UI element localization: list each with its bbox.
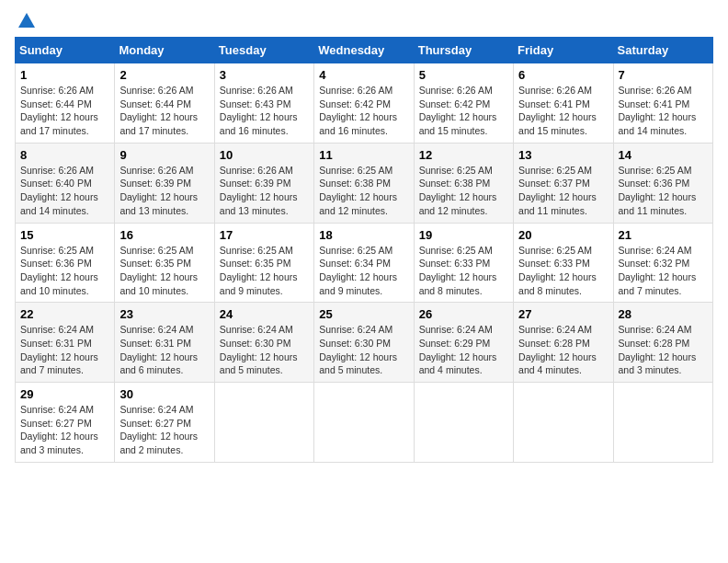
weekday-header-sunday: Sunday — [16, 38, 115, 63]
day-number: 21 — [619, 228, 708, 242]
day-info: Sunrise: 6:24 AMSunset: 6:27 PMDaylight:… — [119, 404, 198, 455]
weekday-header-saturday: Saturday — [613, 38, 712, 63]
day-number: 26 — [419, 307, 508, 321]
calendar-cell: 29 Sunrise: 6:24 AMSunset: 6:27 PMDaylig… — [16, 383, 115, 463]
calendar-week-row: 8 Sunrise: 6:26 AMSunset: 6:40 PMDayligh… — [16, 143, 713, 223]
day-info: Sunrise: 6:25 AMSunset: 6:35 PMDaylight:… — [119, 245, 198, 296]
calendar-cell: 11 Sunrise: 6:25 AMSunset: 6:38 PMDaylig… — [314, 143, 414, 223]
calendar-cell — [314, 383, 414, 463]
day-info: Sunrise: 6:24 AMSunset: 6:30 PMDaylight:… — [220, 324, 298, 375]
calendar-cell — [514, 383, 613, 463]
day-number: 29 — [20, 387, 109, 401]
weekday-header-monday: Monday — [115, 38, 214, 63]
day-number: 16 — [119, 228, 209, 242]
calendar-cell: 9 Sunrise: 6:26 AMSunset: 6:39 PMDayligh… — [115, 143, 214, 223]
calendar-cell: 28 Sunrise: 6:24 AMSunset: 6:28 PMDaylig… — [613, 303, 712, 383]
calendar-cell: 20 Sunrise: 6:25 AMSunset: 6:33 PMDaylig… — [514, 223, 613, 303]
day-info: Sunrise: 6:24 AMSunset: 6:31 PMDaylight:… — [119, 324, 198, 375]
calendar-cell: 3 Sunrise: 6:26 AMSunset: 6:43 PMDayligh… — [214, 63, 313, 144]
calendar-cell — [613, 383, 712, 463]
calendar-week-row: 15 Sunrise: 6:25 AMSunset: 6:36 PMDaylig… — [16, 223, 713, 303]
day-info: Sunrise: 6:25 AMSunset: 6:34 PMDaylight:… — [319, 245, 397, 296]
calendar-cell: 26 Sunrise: 6:24 AMSunset: 6:29 PMDaylig… — [414, 303, 513, 383]
day-info: Sunrise: 6:26 AMSunset: 6:41 PMDaylight:… — [619, 85, 697, 136]
calendar-cell: 16 Sunrise: 6:25 AMSunset: 6:35 PMDaylig… — [115, 223, 214, 303]
calendar-table: SundayMondayTuesdayWednesdayThursdayFrid… — [15, 37, 713, 463]
page-header — [15, 15, 713, 26]
day-number: 3 — [220, 68, 309, 82]
day-info: Sunrise: 6:25 AMSunset: 6:36 PMDaylight:… — [20, 245, 98, 296]
calendar-cell: 12 Sunrise: 6:25 AMSunset: 6:38 PMDaylig… — [414, 143, 513, 223]
day-info: Sunrise: 6:26 AMSunset: 6:39 PMDaylight:… — [119, 165, 198, 216]
calendar-cell: 5 Sunrise: 6:26 AMSunset: 6:42 PMDayligh… — [414, 63, 513, 144]
day-info: Sunrise: 6:25 AMSunset: 6:33 PMDaylight:… — [518, 245, 597, 296]
day-info: Sunrise: 6:26 AMSunset: 6:41 PMDaylight:… — [518, 85, 597, 136]
day-info: Sunrise: 6:26 AMSunset: 6:44 PMDaylight:… — [119, 85, 198, 136]
day-info: Sunrise: 6:25 AMSunset: 6:35 PMDaylight:… — [220, 245, 298, 296]
day-number: 11 — [319, 148, 408, 162]
day-number: 18 — [319, 228, 408, 242]
logo — [15, 15, 37, 26]
calendar-cell: 21 Sunrise: 6:24 AMSunset: 6:32 PMDaylig… — [613, 223, 712, 303]
day-number: 12 — [419, 148, 508, 162]
day-number: 19 — [419, 228, 508, 242]
day-info: Sunrise: 6:26 AMSunset: 6:43 PMDaylight:… — [220, 85, 298, 136]
calendar-cell: 2 Sunrise: 6:26 AMSunset: 6:44 PMDayligh… — [115, 63, 214, 144]
calendar-cell: 30 Sunrise: 6:24 AMSunset: 6:27 PMDaylig… — [115, 383, 214, 463]
day-info: Sunrise: 6:24 AMSunset: 6:31 PMDaylight:… — [20, 324, 98, 375]
day-info: Sunrise: 6:24 AMSunset: 6:30 PMDaylight:… — [319, 324, 397, 375]
calendar-header-row: SundayMondayTuesdayWednesdayThursdayFrid… — [16, 38, 713, 63]
calendar-cell: 24 Sunrise: 6:24 AMSunset: 6:30 PMDaylig… — [214, 303, 313, 383]
calendar-cell: 23 Sunrise: 6:24 AMSunset: 6:31 PMDaylig… — [115, 303, 214, 383]
calendar-cell: 27 Sunrise: 6:24 AMSunset: 6:28 PMDaylig… — [514, 303, 613, 383]
day-info: Sunrise: 6:26 AMSunset: 6:40 PMDaylight:… — [20, 165, 98, 216]
day-number: 24 — [220, 307, 309, 321]
day-info: Sunrise: 6:24 AMSunset: 6:28 PMDaylight:… — [518, 324, 597, 375]
day-number: 13 — [518, 148, 608, 162]
day-number: 14 — [619, 148, 708, 162]
calendar-cell: 15 Sunrise: 6:25 AMSunset: 6:36 PMDaylig… — [16, 223, 115, 303]
calendar-cell: 19 Sunrise: 6:25 AMSunset: 6:33 PMDaylig… — [414, 223, 513, 303]
day-info: Sunrise: 6:25 AMSunset: 6:37 PMDaylight:… — [518, 165, 597, 216]
day-info: Sunrise: 6:26 AMSunset: 6:44 PMDaylight:… — [20, 85, 98, 136]
day-number: 5 — [419, 68, 508, 82]
day-info: Sunrise: 6:25 AMSunset: 6:38 PMDaylight:… — [319, 165, 397, 216]
calendar-cell: 7 Sunrise: 6:26 AMSunset: 6:41 PMDayligh… — [613, 63, 712, 144]
day-number: 7 — [619, 68, 708, 82]
calendar-cell: 18 Sunrise: 6:25 AMSunset: 6:34 PMDaylig… — [314, 223, 414, 303]
calendar-cell: 17 Sunrise: 6:25 AMSunset: 6:35 PMDaylig… — [214, 223, 313, 303]
day-number: 27 — [518, 307, 608, 321]
weekday-header-wednesday: Wednesday — [314, 38, 414, 63]
day-number: 17 — [220, 228, 309, 242]
day-info: Sunrise: 6:26 AMSunset: 6:42 PMDaylight:… — [419, 85, 497, 136]
calendar-week-row: 22 Sunrise: 6:24 AMSunset: 6:31 PMDaylig… — [16, 303, 713, 383]
calendar-cell: 10 Sunrise: 6:26 AMSunset: 6:39 PMDaylig… — [214, 143, 313, 223]
day-info: Sunrise: 6:26 AMSunset: 6:42 PMDaylight:… — [319, 85, 397, 136]
day-number: 30 — [119, 387, 209, 401]
day-number: 8 — [20, 148, 109, 162]
logo-icon — [17, 11, 37, 31]
day-number: 28 — [619, 307, 708, 321]
day-number: 22 — [20, 307, 109, 321]
calendar-cell: 22 Sunrise: 6:24 AMSunset: 6:31 PMDaylig… — [16, 303, 115, 383]
weekday-header-friday: Friday — [514, 38, 613, 63]
day-info: Sunrise: 6:26 AMSunset: 6:39 PMDaylight:… — [220, 165, 298, 216]
day-number: 20 — [518, 228, 608, 242]
calendar-cell: 14 Sunrise: 6:25 AMSunset: 6:36 PMDaylig… — [613, 143, 712, 223]
day-number: 25 — [319, 307, 408, 321]
calendar-week-row: 1 Sunrise: 6:26 AMSunset: 6:44 PMDayligh… — [16, 63, 713, 144]
day-number: 10 — [220, 148, 309, 162]
day-number: 1 — [20, 68, 109, 82]
calendar-week-row: 29 Sunrise: 6:24 AMSunset: 6:27 PMDaylig… — [16, 383, 713, 463]
day-number: 23 — [119, 307, 209, 321]
calendar-cell: 6 Sunrise: 6:26 AMSunset: 6:41 PMDayligh… — [514, 63, 613, 144]
day-info: Sunrise: 6:24 AMSunset: 6:28 PMDaylight:… — [619, 324, 697, 375]
weekday-header-tuesday: Tuesday — [214, 38, 313, 63]
calendar-cell: 4 Sunrise: 6:26 AMSunset: 6:42 PMDayligh… — [314, 63, 414, 144]
day-number: 4 — [319, 68, 408, 82]
day-info: Sunrise: 6:25 AMSunset: 6:36 PMDaylight:… — [619, 165, 697, 216]
weekday-header-thursday: Thursday — [414, 38, 513, 63]
calendar-cell: 25 Sunrise: 6:24 AMSunset: 6:30 PMDaylig… — [314, 303, 414, 383]
day-number: 9 — [119, 148, 209, 162]
day-number: 6 — [518, 68, 608, 82]
